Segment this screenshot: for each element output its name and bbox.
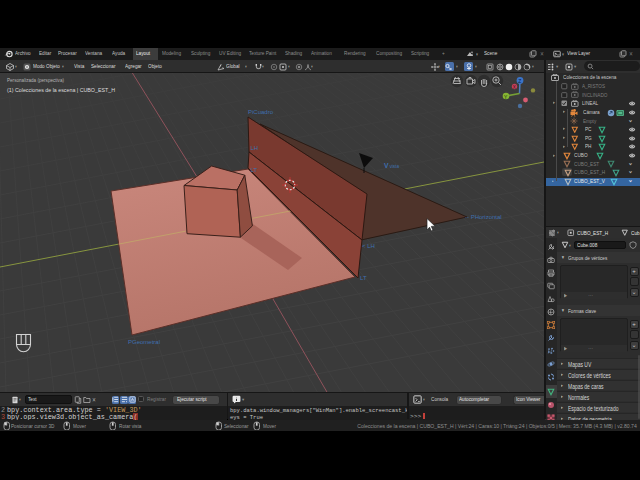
svg-text:PiCuadro: PiCuadro bbox=[248, 109, 274, 115]
svg-text:vista: vista bbox=[390, 164, 400, 169]
svg-text:(1) Colecciones de la escena |: (1) Colecciones de la escena | CUBO_EST_… bbox=[7, 87, 115, 93]
svg-text:LT: LT bbox=[251, 167, 258, 173]
svg-text:Personalizada (perspectiva): Personalizada (perspectiva) bbox=[7, 77, 64, 83]
svg-text:-- PHorizontal: -- PHorizontal bbox=[465, 214, 502, 220]
svg-text:PGeometral: PGeometral bbox=[128, 339, 160, 345]
svg-text:LT: LT bbox=[360, 275, 367, 281]
svg-text:X: X bbox=[513, 85, 516, 90]
svg-text:LH: LH bbox=[251, 145, 259, 151]
svg-text:Z: Z bbox=[518, 78, 521, 84]
svg-text:V: V bbox=[384, 162, 389, 169]
svg-text:< LH: < LH bbox=[362, 243, 375, 249]
